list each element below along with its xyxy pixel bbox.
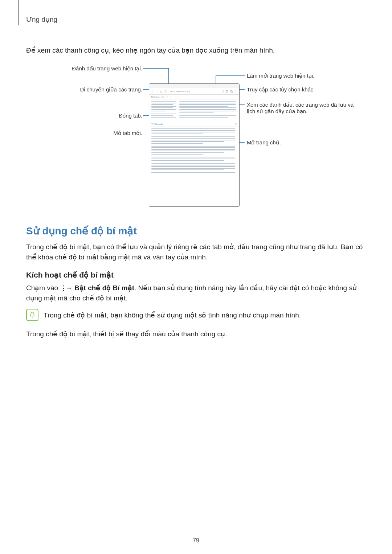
page-top-content	[149, 99, 239, 121]
bell-note-icon	[26, 309, 38, 321]
url-field[interactable]: en.m.wikipedia.org	[168, 90, 220, 93]
refresh-icon[interactable]	[221, 90, 224, 93]
page-header: Ứng dụng	[26, 15, 366, 24]
section-p1: Trong chế độ bí mật, bạn có thể lưu và q…	[26, 242, 366, 262]
svg-rect-2	[231, 91, 233, 92]
svg-point-3	[236, 90, 236, 90]
more-options-icon[interactable]: ⋮	[60, 287, 64, 290]
tab-label: Technical unit..	[151, 96, 166, 98]
tablet-mockup: en.m.wikipedia.org Technical unit.. × +	[149, 83, 240, 207]
page-lower-content	[149, 127, 239, 177]
callout-bookmarks-history: Xem các đánh dấu, các trang web đã lưu v…	[247, 102, 356, 115]
side-rule	[18, 0, 19, 25]
activate-instruction: Chạm vào ⋮ → Bật chế độ Bí mật. Nếu bạn …	[26, 283, 366, 303]
tab-new-icon[interactable]: +	[170, 96, 171, 98]
note-block: Trong chế độ bí mật, bạn không thể sử dụ…	[26, 309, 366, 323]
star-icon[interactable]	[164, 90, 167, 93]
callout-home: Mở trang chủ.	[247, 139, 356, 146]
browser-tab-bar: Technical unit.. × +	[149, 95, 239, 99]
browser-diagram: Đánh dấu trang web hiện tại. Di chuyển g…	[26, 65, 366, 214]
page-number: 79	[0, 537, 392, 544]
intro-text: Để xem các thanh công cụ, kéo nhẹ ngón t…	[26, 46, 366, 54]
callout-refresh: Làm mới trang web hiện tại.	[247, 73, 356, 79]
connector	[216, 75, 245, 76]
page-article-bar: ▼ Wikipedia	[149, 121, 239, 127]
callout-new-tab: Mở tab mới.	[26, 130, 142, 136]
callout-more-options: Truy cập các tùy chọn khác.	[247, 86, 356, 93]
section-title-secret-mode: Sử dụng chế độ bí mật	[26, 225, 366, 237]
text-tap: Chạm vào	[26, 284, 60, 292]
more-icon[interactable]	[234, 90, 237, 93]
article-link[interactable]: Wikipedia	[154, 123, 163, 125]
text-arrow: →	[64, 284, 74, 292]
home-icon[interactable]	[160, 90, 163, 93]
callout-bookmark: Đánh dấu trang web hiện tại.	[26, 65, 142, 72]
connector	[143, 68, 168, 69]
callout-close-tab: Đóng tab.	[26, 112, 142, 119]
secret-toolbar-note: Trong chế độ bí mật, thiết bị sẽ thay đổ…	[26, 329, 366, 339]
forward-icon[interactable]	[155, 90, 158, 93]
browser-toolbar: en.m.wikipedia.org	[149, 88, 239, 95]
svg-rect-0	[226, 90, 228, 92]
sub-title-activate: Kích hoạt chế độ bí mật	[26, 271, 366, 279]
svg-point-5	[236, 92, 236, 92]
callout-navigate: Di chuyển giữa các trang.	[26, 86, 142, 93]
note-text: Trong chế độ bí mật, bạn không thể sử dụ…	[44, 310, 301, 320]
tabs-icon[interactable]	[230, 90, 233, 93]
svg-point-4	[236, 91, 236, 91]
text-enable-secret: Bật chế độ Bí mật	[74, 284, 134, 292]
edit-icon[interactable]	[234, 122, 237, 126]
bookmarks-icon[interactable]	[226, 90, 229, 93]
tab-close-icon[interactable]: ×	[167, 96, 168, 98]
tablet-status-bar	[149, 84, 239, 88]
back-icon[interactable]	[151, 90, 154, 93]
